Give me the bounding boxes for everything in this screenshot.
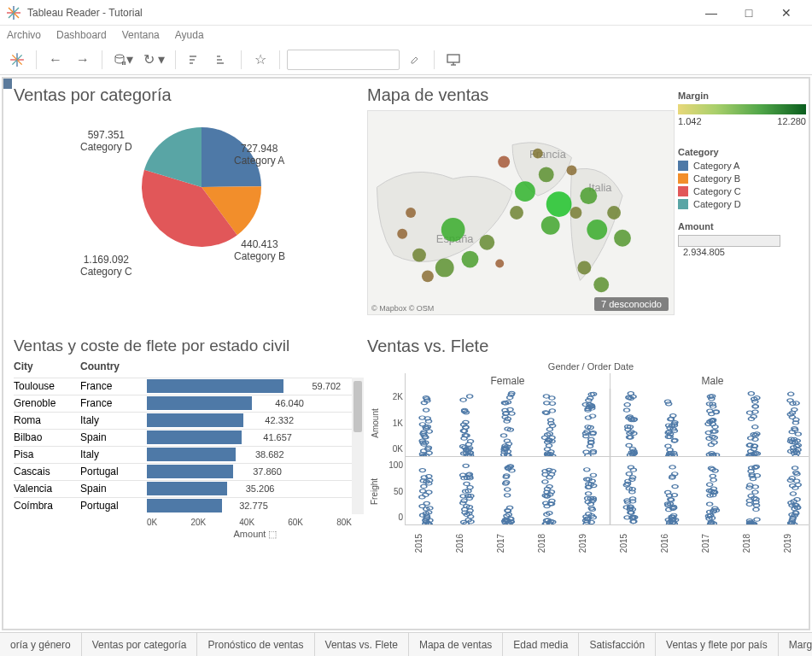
legend-margin-title: Margin — [678, 91, 810, 101]
pin-icon[interactable]: ☆ — [248, 48, 272, 72]
panel-legend: Margin 1.042 12.280 Category Category A … — [678, 85, 810, 333]
svg-point-480 — [586, 492, 592, 495]
bar-axis-label: Amount ⬚ — [14, 529, 364, 540]
sheet-tab[interactable]: Pronóstico de ventas — [197, 633, 314, 656]
pie-label-b: 440.413Category B — [234, 238, 285, 263]
svg-point-39 — [593, 277, 609, 292]
panel-map[interactable]: Mapa de ventas Francia España Italia © M… — [367, 85, 675, 333]
sheet-tab[interactable]: Ventas por categoría — [82, 633, 198, 656]
table-row[interactable]: PisaItaly 38.682 — [14, 446, 364, 463]
sheet-tab[interactable]: oría y género — [0, 633, 82, 656]
menu-window[interactable]: Ventana — [122, 29, 160, 41]
svg-point-24 — [412, 249, 426, 262]
legend-cat-c[interactable]: Category C — [678, 186, 810, 196]
toolbar: ← → ▾ ↻ ▾ ☆ — [0, 44, 812, 75]
menu-file[interactable]: Archivo — [7, 29, 41, 41]
bar-axis-ticks: 0K20K 40K60K 80K — [14, 518, 364, 527]
svg-rect-13 — [190, 62, 193, 64]
svg-point-618 — [746, 499, 752, 502]
map-unknown-badge[interactable]: 7 desconocido — [594, 297, 669, 311]
svg-rect-16 — [217, 62, 224, 64]
svg-point-482 — [584, 468, 590, 472]
col-country[interactable]: Country — [80, 360, 147, 372]
sheet-tab[interactable]: Margen vs. Am — [779, 633, 812, 656]
svg-point-160 — [545, 448, 551, 451]
svg-point-617 — [746, 502, 752, 506]
sheet-tab[interactable]: Satisfacción — [579, 633, 656, 656]
pie-chart[interactable] — [133, 119, 270, 255]
titlebar: Tableau Reader - Tutorial — □ ✕ — [0, 0, 812, 26]
svg-point-565 — [710, 474, 716, 477]
sheet-tab[interactable]: Ventas y flete por país — [656, 633, 779, 656]
menubar: Archivo Dashboard Ventana Ayuda — [0, 26, 812, 44]
legend-cat-b[interactable]: Category B — [678, 173, 810, 184]
svg-point-44 — [495, 260, 504, 268]
svg-point-161 — [550, 424, 556, 427]
svg-rect-10 — [125, 62, 126, 65]
svg-point-25 — [435, 259, 454, 278]
svg-point-183 — [583, 434, 589, 437]
maximize-button[interactable]: □ — [730, 0, 768, 26]
highlight-icon[interactable] — [403, 48, 427, 72]
svg-point-156 — [541, 436, 547, 439]
sheet-tab[interactable]: Ventas vs. Flete — [315, 633, 409, 656]
freight-plot[interactable] — [405, 457, 810, 525]
svg-point-43 — [397, 229, 407, 239]
sheet-tab[interactable]: Edad media — [503, 633, 579, 656]
margin-gradient — [678, 104, 806, 114]
table-row[interactable]: ToulouseFrance 59.702 — [14, 378, 364, 395]
presentation-icon[interactable] — [441, 48, 465, 72]
scrollbar[interactable] — [352, 378, 364, 514]
back-icon[interactable]: ← — [44, 48, 67, 72]
svg-point-424 — [505, 488, 511, 491]
map-attribution: © Mapbox © OSM — [371, 304, 434, 313]
table-row[interactable]: CoímbraPortugal 32.775 — [14, 497, 364, 514]
svg-point-577 — [707, 483, 713, 486]
gender-header: FemaleMale — [405, 373, 810, 389]
svg-point-69 — [426, 451, 432, 454]
svg-point-355 — [421, 484, 427, 488]
svg-point-8 — [115, 55, 124, 58]
refresh-icon[interactable]: ↻ ▾ — [140, 48, 168, 72]
amount-slider[interactable]: 2.934.805 — [678, 235, 810, 257]
amount-yticks: 2K1K0K — [383, 389, 405, 457]
sort-desc-icon[interactable] — [210, 48, 234, 72]
legend-cat-a[interactable]: Category A — [678, 161, 810, 171]
forward-icon[interactable]: → — [71, 48, 95, 72]
legend-cat-d[interactable]: Category D — [678, 199, 810, 209]
table-row[interactable]: RomaItaly 42.332 — [14, 412, 364, 429]
minimize-button[interactable]: — — [692, 0, 730, 26]
panel-scatter[interactable]: Ventas vs. Flete Gender / Order Date Fem… — [367, 337, 810, 601]
dashboard-handle[interactable] — [3, 79, 12, 89]
svg-point-55 — [424, 408, 429, 412]
table-row[interactable]: ValenciaSpain 35.206 — [14, 480, 364, 497]
close-button[interactable]: ✕ — [768, 0, 805, 26]
svg-point-33 — [546, 191, 572, 217]
svg-point-47 — [607, 206, 621, 220]
sort-asc-icon[interactable] — [183, 48, 207, 72]
menu-help[interactable]: Ayuda — [175, 29, 204, 41]
svg-point-403 — [467, 485, 473, 489]
svg-point-396 — [466, 496, 472, 500]
amount-plot[interactable] — [405, 389, 810, 457]
pause-data-icon[interactable]: ▾ — [109, 48, 137, 72]
svg-point-380 — [464, 482, 470, 485]
col-city[interactable]: City — [14, 360, 80, 372]
table-row[interactable]: GrenobleFrance 46.040 — [14, 395, 364, 412]
svg-rect-11 — [190, 56, 196, 57]
home-icon[interactable] — [5, 48, 29, 72]
svg-point-32 — [539, 167, 554, 182]
sheet-tab[interactable]: Mapa de ventas — [409, 633, 503, 656]
highlight-dropdown[interactable] — [287, 50, 400, 70]
panel-bars[interactable]: Ventas y coste de flete por estado civil… — [14, 337, 364, 601]
scatter-xaxis: 2015201620172018201920152016201720182019 — [405, 525, 810, 548]
svg-point-369 — [419, 504, 425, 507]
panel-pie[interactable]: Ventas por categoría 727.948Category A 4… — [14, 85, 364, 333]
menu-dashboard[interactable]: Dashboard — [56, 29, 107, 41]
svg-point-30 — [498, 156, 510, 168]
table-row[interactable]: BilbaoSpain 41.657 — [14, 429, 364, 446]
map[interactable]: Francia España Italia — [368, 111, 674, 314]
panel-title: Ventas y coste de flete por estado civil — [14, 337, 364, 355]
svg-point-152 — [549, 396, 555, 400]
table-row[interactable]: CascaisPortugal 37.860 — [14, 463, 364, 480]
